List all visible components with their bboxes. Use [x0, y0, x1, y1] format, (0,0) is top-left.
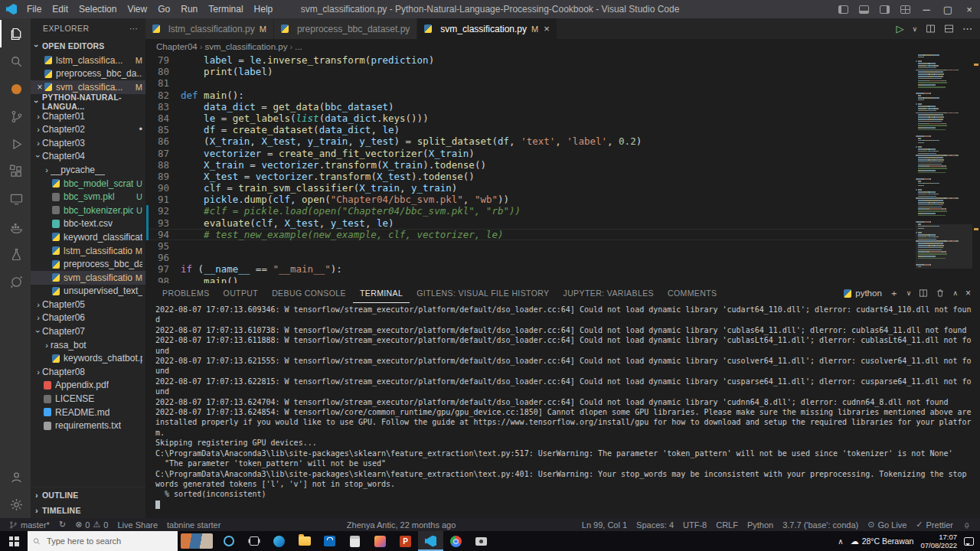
panel-tab-debug-console[interactable]: DEBUG CONSOLE [265, 283, 353, 303]
language-mode[interactable]: Python [743, 518, 778, 531]
account-icon[interactable] [0, 463, 31, 491]
code-line[interactable]: 94 # test_new_example(new_example, clf, … [145, 229, 914, 240]
kill-terminal-icon[interactable] [936, 289, 945, 298]
terminal-shell-selector[interactable]: python [844, 289, 882, 298]
tabnine-status[interactable]: tabnine starter [162, 518, 225, 531]
line-number[interactable]: 97 [145, 263, 181, 275]
code-line[interactable]: 89 X_test = vectorizer.transform(X_test)… [145, 171, 914, 182]
source-control-icon[interactable] [0, 103, 31, 130]
code-line[interactable]: 86 (X_train, X_test, y_train, y_test) = … [145, 135, 914, 147]
menu-edit[interactable]: Edit [47, 0, 74, 18]
line-number[interactable]: 94 [145, 229, 181, 240]
menu-go[interactable]: Go [152, 0, 175, 18]
go-live-button[interactable]: ⊙Go Live [863, 518, 911, 531]
weather-widget[interactable]: ☁ 28°C Berawan [851, 536, 914, 546]
tree-folder[interactable]: ›Chapter07 [31, 324, 145, 338]
panel-tab-terminal[interactable]: TERMINAL [353, 283, 410, 303]
panel-tab-jupyter-variables[interactable]: JUPYTER: VARIABLES [556, 283, 660, 303]
line-number[interactable]: 88 [145, 159, 181, 171]
more-actions-icon[interactable]: ⋯ [962, 23, 972, 34]
search-icon[interactable] [0, 47, 31, 75]
outline-section[interactable]: › OUTLINE [31, 487, 145, 503]
taskbar-icon-calculator[interactable] [342, 531, 368, 551]
code-line[interactable]: 82def main(): [145, 90, 914, 101]
breadcrumb-item[interactable]: svm_classification.py [204, 42, 287, 51]
line-number[interactable]: 84 [145, 112, 181, 124]
toggle-secondary-sidebar-icon[interactable] [880, 5, 890, 14]
terminal-output[interactable]: 2022-08-07 17:07:13.609346: W tensorflow… [145, 303, 980, 518]
code-line[interactable]: 83 data_dict = get_data(bbc_dataset) [145, 101, 914, 112]
editor-tab[interactable]: lstm_classification.pyM [145, 18, 274, 39]
maximize-button[interactable]: ▢ [937, 0, 959, 18]
docker-icon[interactable] [0, 213, 31, 240]
action-center-icon[interactable] [964, 537, 974, 546]
panel-tab-output[interactable]: OUTPUT [217, 283, 266, 303]
open-editor-item[interactable]: preprocess_bbc_da... [31, 67, 145, 81]
code-line[interactable]: 95 [145, 240, 914, 252]
indentation-indicator[interactable]: Spaces: 4 [632, 518, 678, 531]
sync-button[interactable]: ↻ [54, 518, 70, 531]
workspace-header[interactable]: › PYTHON-NATURAL-LANGUA... [31, 94, 145, 109]
menu-help[interactable]: Help [249, 0, 279, 18]
taskbar-search[interactable] [28, 531, 178, 551]
code-line[interactable]: 79 label = le.inverse_transform(predicti… [145, 54, 914, 66]
customize-layout-icon[interactable] [900, 5, 910, 14]
extensions-icon[interactable] [0, 158, 31, 185]
breadcrumb-item[interactable]: ... [295, 42, 302, 51]
line-number[interactable]: 83 [145, 101, 181, 112]
code-line[interactable]: 88 X_train = vectorizer.transform(X_trai… [145, 159, 914, 171]
tree-file[interactable]: unsupervised_text_clas... [31, 285, 145, 298]
code-line[interactable]: 90 clf = train_svm_classifier(X_train, y… [145, 182, 914, 194]
tree-file[interactable]: lstm_classificatio...M [31, 244, 145, 258]
taskbar-icon-edge[interactable] [266, 531, 292, 551]
tray-expand-icon[interactable]: ∧ [838, 537, 843, 546]
breadcrumb-item[interactable]: Chapter04 [156, 42, 198, 51]
tree-file[interactable]: bbc_tokenizer.pic...U [31, 204, 145, 217]
line-number[interactable]: 92 [145, 205, 181, 217]
timeline-section[interactable]: › TIMELINE [31, 503, 145, 518]
cursor-position[interactable]: Ln 99, Col 1 [577, 518, 632, 531]
line-number[interactable]: 98 [145, 276, 181, 283]
editor-tab[interactable]: svm_classification.pyM× [417, 18, 557, 39]
taskbar-icon-powerpoint[interactable]: P [393, 531, 418, 551]
minimap[interactable] [916, 54, 972, 283]
line-number[interactable]: 86 [145, 135, 181, 147]
code-line[interactable]: 93 evaluate(clf, X_test, y_test, le) [145, 217, 914, 229]
notifications-bell[interactable] [958, 518, 975, 531]
tree-file[interactable]: svm_classification...M [31, 271, 145, 285]
tree-file[interactable]: keywords_chatbot.py [31, 351, 145, 365]
tree-file[interactable]: LICENSE [31, 392, 145, 406]
toggle-sidebar-icon[interactable] [838, 5, 848, 14]
search-input[interactable] [45, 536, 172, 546]
line-number[interactable]: 85 [145, 124, 181, 135]
code-editor[interactable]: 79 label = le.inverse_transform(predicti… [145, 54, 980, 283]
taskbar-icon-cortana[interactable] [216, 531, 241, 551]
new-terminal-icon[interactable]: ＋ [890, 287, 899, 300]
line-number[interactable]: 80 [145, 66, 181, 77]
code-line[interactable]: 92 #clf = pickle.load(open("Chapter04/bb… [145, 205, 914, 217]
eol-indicator[interactable]: CRLF [711, 518, 743, 531]
line-number[interactable]: 89 [145, 171, 181, 182]
close-icon[interactable]: × [544, 23, 550, 34]
panel-tab-problems[interactable]: PROBLEMS [155, 283, 217, 303]
run-dropdown-icon[interactable]: ∨ [912, 25, 917, 33]
code-line[interactable]: 85 df = create_dataset(data_dict, le) [145, 124, 914, 135]
line-number[interactable]: 93 [145, 217, 181, 229]
line-number[interactable]: 82 [145, 90, 181, 101]
tree-folder[interactable]: ›rasa_bot [31, 338, 145, 352]
line-number[interactable]: 96 [145, 252, 181, 263]
tree-folder[interactable]: ›Chapter08 [31, 365, 145, 379]
git-branch-indicator[interactable]: master* [5, 518, 54, 531]
settings-icon[interactable] [0, 491, 31, 518]
test-explorer-icon[interactable] [0, 240, 31, 268]
code-line[interactable]: 84 le = get_labels(list(data_dict.keys()… [145, 112, 914, 124]
minimize-button[interactable]: ─ [916, 0, 937, 18]
menu-run[interactable]: Run [175, 0, 203, 18]
close-icon[interactable]: × [35, 82, 44, 93]
taskbar-icon-camera[interactable] [469, 531, 494, 551]
tree-file[interactable]: bbc-text.csv [31, 217, 145, 231]
prettier-status[interactable]: ✓Prettier [911, 518, 958, 531]
explorer-icon[interactable] [0, 20, 31, 47]
tree-folder[interactable]: ›Chapter01 [31, 109, 145, 123]
code-line[interactable]: 80 print(label) [145, 66, 914, 77]
